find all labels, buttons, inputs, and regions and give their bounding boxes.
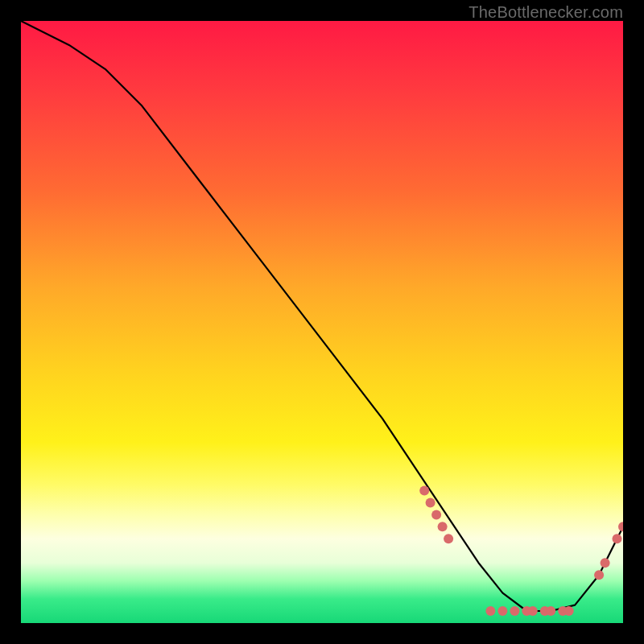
marker-dot — [618, 522, 623, 531]
marker-dot — [594, 570, 604, 580]
marker-dot — [510, 606, 519, 616]
curve-markers — [419, 485, 623, 616]
marker-dot — [444, 534, 453, 543]
curve-line — [21, 21, 623, 611]
marker-dot — [546, 606, 555, 616]
bottleneck-curve — [21, 21, 623, 623]
marker-dot — [564, 606, 574, 616]
chart-plot-area — [21, 21, 623, 623]
marker-dot — [426, 497, 436, 507]
chart-frame: TheBottlenecker.com — [0, 0, 644, 644]
marker-dot — [431, 510, 441, 519]
attribution-text: TheBottlenecker.com — [469, 3, 623, 22]
marker-dot — [419, 485, 429, 495]
marker-dot — [497, 606, 507, 616]
marker-dot — [528, 606, 538, 616]
marker-dot — [438, 522, 448, 531]
marker-dot — [601, 558, 610, 568]
marker-dot — [613, 534, 622, 543]
marker-dot — [485, 606, 495, 616]
